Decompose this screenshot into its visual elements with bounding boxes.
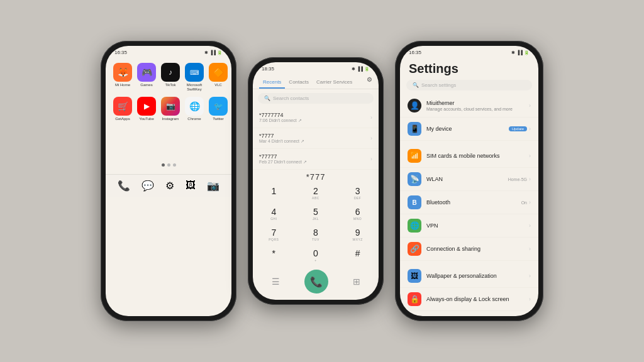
status-icons-home: ✱ ▐▐ 🔋 bbox=[204, 50, 223, 55]
connection-icon: 🔗 bbox=[408, 242, 421, 256]
key-6[interactable]: 6MNO bbox=[336, 204, 379, 224]
app-chrome[interactable]: 🌐 Chrome bbox=[185, 97, 204, 121]
app-twitter[interactable]: 🐦 Twitter bbox=[209, 97, 228, 121]
tab-contacts[interactable]: Contacts bbox=[285, 77, 313, 89]
settings-item-sim[interactable]: 📶 SIM cards & mobile networks › bbox=[400, 145, 538, 168]
key-5[interactable]: 5JKL bbox=[295, 204, 337, 224]
settings-title: Settings bbox=[400, 57, 538, 77]
vpn-icon: 🌐 bbox=[408, 219, 421, 233]
app-tiktok[interactable]: ♪ TikTok bbox=[161, 63, 180, 92]
key-star[interactable]: * bbox=[253, 245, 295, 266]
numpad: 1 2ABC 3DEF 4GHI 5JKL 6MNO 7PQRS 8TUV 9W… bbox=[253, 183, 379, 266]
app-youtube[interactable]: ▶ YouTube bbox=[137, 97, 156, 121]
time-home: 16:35 bbox=[114, 50, 127, 55]
chevron-icon: › bbox=[529, 126, 531, 132]
call-item-1[interactable]: *7777774 7:06 Didn't connect ↗ › bbox=[253, 107, 379, 128]
settings-item-vpn[interactable]: 🌐 VPN › bbox=[400, 214, 538, 238]
always-on-icon: 🔒 bbox=[408, 292, 421, 306]
call-item-3[interactable]: *77777 Feb 27 Didn't connect ↗ › bbox=[253, 149, 379, 170]
settings-item-wallpaper[interactable]: 🖼 Wallpaper & personalization › bbox=[400, 265, 538, 288]
home-dock: 📞 💬 ⚙ 🖼 📷 bbox=[106, 174, 231, 197]
app-vlc[interactable]: 🔶 VLC bbox=[209, 63, 228, 92]
search-icon: 🔍 bbox=[264, 96, 270, 101]
dock-camera-icon[interactable]: 📷 bbox=[207, 180, 219, 192]
key-2[interactable]: 2ABC bbox=[295, 183, 337, 204]
key-7[interactable]: 7PQRS bbox=[253, 224, 295, 245]
app-grid-row1: 🦊 Mi Home 🎮 Games ♪ TikTok ⌨ Microsoft S… bbox=[111, 59, 226, 126]
dial-input[interactable]: *777 bbox=[253, 170, 379, 183]
settings-item-always-on[interactable]: 🔒 Always-on display & Lock screen › bbox=[400, 288, 538, 311]
key-3[interactable]: 3DEF bbox=[336, 183, 379, 204]
settings-search[interactable]: 🔍 Search settings bbox=[406, 80, 532, 90]
sim-icon: 📶 bbox=[408, 149, 421, 163]
phone-settings: 16:35 ✱ ▐▐ 🔋 Settings 🔍 Search settings … bbox=[395, 41, 543, 321]
key-8[interactable]: 8TUV bbox=[295, 224, 337, 245]
key-0[interactable]: 0+ bbox=[295, 245, 337, 266]
chevron-icon: › bbox=[529, 246, 531, 252]
dock-settings-icon[interactable]: ⚙ bbox=[165, 180, 174, 192]
settings-item-bluetooth[interactable]: B Bluetooth On › bbox=[400, 191, 538, 214]
page-dots bbox=[111, 163, 226, 167]
settings-item-wlan[interactable]: 📡 WLAN Home-5G › bbox=[400, 168, 538, 191]
app-getapps[interactable]: 🛒 GetApps bbox=[113, 97, 132, 121]
miuithemer-icon: 👤 bbox=[408, 99, 421, 112]
dial-actions: ☰ 📞 ⊞ bbox=[253, 266, 379, 300]
phone-home: 16:35 ✱ ▐▐ 🔋 🦊 Mi Home 🎮 Games ♪ TikTok bbox=[101, 41, 236, 321]
call-item-2[interactable]: *7777 Mar 4 Didn't connect ↗ › bbox=[253, 128, 379, 149]
call-chevron-3: › bbox=[370, 156, 372, 162]
grid-icon[interactable]: ⊞ bbox=[353, 277, 360, 287]
dock-phone-icon[interactable]: 📞 bbox=[118, 180, 130, 192]
wlan-icon: 📡 bbox=[408, 172, 421, 186]
chevron-icon: › bbox=[529, 296, 531, 302]
time-settings: 16:35 bbox=[409, 50, 421, 55]
app-swiftkey[interactable]: ⌨ Microsoft SwiftKey bbox=[185, 63, 204, 92]
chevron-icon: › bbox=[529, 153, 531, 159]
settings-item-miuithemer[interactable]: 👤 Miuithemer Manage accounts, cloud serv… bbox=[400, 94, 538, 118]
chevron-icon: › bbox=[529, 222, 531, 229]
search-icon-settings: 🔍 bbox=[413, 82, 419, 88]
status-icons-settings: ✱ ▐▐ 🔋 bbox=[511, 50, 530, 55]
key-hash[interactable]: # bbox=[336, 245, 379, 266]
key-1[interactable]: 1 bbox=[253, 183, 295, 204]
my-device-icon: 📱 bbox=[408, 122, 421, 136]
bluetooth-icon: B bbox=[408, 195, 421, 209]
call-chevron-2: › bbox=[370, 135, 372, 141]
dialpad-icon[interactable]: ☰ bbox=[272, 277, 280, 287]
wallpaper-icon: 🖼 bbox=[408, 269, 421, 283]
home-screen: 🦊 Mi Home 🎮 Games ♪ TikTok ⌨ Microsoft S… bbox=[106, 57, 231, 174]
dock-gallery-icon[interactable]: 🖼 bbox=[186, 180, 196, 191]
chevron-icon: › bbox=[529, 102, 531, 109]
time-dialer: 18:35 bbox=[262, 66, 274, 72]
app-games[interactable]: 🎮 Games bbox=[137, 63, 156, 92]
key-9[interactable]: 9WXYZ bbox=[336, 224, 379, 245]
settings-list: 👤 Miuithemer Manage accounts, cloud serv… bbox=[400, 94, 538, 316]
call-chevron-1: › bbox=[370, 114, 372, 121]
dialer-settings-icon[interactable]: ⚙ bbox=[367, 76, 372, 83]
settings-item-connection[interactable]: 🔗 Connection & sharing › bbox=[400, 238, 538, 261]
chevron-icon: › bbox=[529, 176, 531, 182]
key-4[interactable]: 4GHI bbox=[253, 204, 295, 224]
chevron-icon: › bbox=[529, 199, 531, 206]
settings-item-my-device[interactable]: 📱 My device Update › bbox=[400, 118, 538, 141]
tab-recents[interactable]: Recents bbox=[259, 77, 285, 89]
update-badge: Update bbox=[509, 126, 527, 131]
app-instagram[interactable]: 📷 Instagram bbox=[161, 97, 180, 121]
app-mi-home[interactable]: 🦊 Mi Home bbox=[113, 63, 132, 92]
dock-chat-icon[interactable]: 💬 bbox=[142, 180, 154, 192]
status-icons-dialer: ✱ ▐▐ 🔋 bbox=[352, 67, 370, 72]
phone-dialer: 18:35 ✱ ▐▐ 🔋 ⚙ Recents Contacts Carrier … bbox=[248, 57, 384, 305]
dialer-tabs: Recents Contacts Carrier Services bbox=[253, 73, 379, 89]
call-button[interactable]: 📞 bbox=[304, 270, 328, 293]
contact-search[interactable]: 🔍 Search contacts bbox=[258, 93, 374, 104]
recent-calls-list: *7777774 7:06 Didn't connect ↗ › *7777 M… bbox=[253, 107, 379, 170]
chevron-icon: › bbox=[529, 273, 531, 279]
tab-carrier[interactable]: Carrier Services bbox=[313, 77, 356, 89]
